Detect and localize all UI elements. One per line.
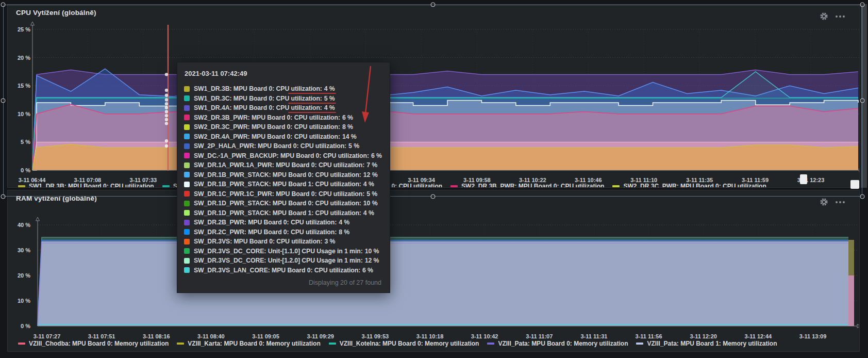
tooltip-series-row: SW_DR.2C_PWR: MPU Board 0: CPU utilizati…	[184, 227, 383, 237]
x-tick-label: 3-11 10:18	[407, 333, 453, 340]
tooltip-series-label: SW_DR.3VS_LAN_CORE: MPU Board 0: CPU uti…	[194, 267, 373, 274]
legend-item-label[interactable]: VZIII_Chodba: MPU Board 0: Memory utiliz…	[29, 340, 169, 347]
series-color-swatch	[184, 172, 190, 177]
legend-color-swatch	[18, 343, 25, 345]
x-tick-label: 3-11 11:31	[571, 333, 616, 340]
tooltip-series-row: SW2_DR.4A_PWR: MPU Board 0: CPU utilizat…	[184, 132, 383, 142]
tooltip-series-row: SW_DR.1D_PWR_STACK: MPU Board 1: CPU uti…	[184, 208, 383, 218]
selection-handle[interactable]	[1, 99, 6, 103]
tooltip-series-value: 4 %	[363, 181, 374, 188]
ram-last-sample-strip-olive	[848, 240, 854, 275]
tooltip-series-row: SW_DR.1C_PWR.1C_PWR: MPU Board 0: CPU ut…	[184, 189, 383, 199]
page-scrollbar-track[interactable]	[861, 4, 867, 188]
legend-item-label[interactable]: SW1_DR.3B: MPU Board 0: CPU utilization	[29, 183, 154, 188]
tooltip-series-label: SW_DR.1B_PWR_STACK: MPU Board 0: CPU uti…	[194, 171, 378, 178]
x-tick-label: 3-11 09:05	[243, 333, 289, 340]
legend-item[interactable]: VZIII_Kotelna: MPU Board 0: Memory utili…	[329, 340, 479, 347]
series-color-swatch	[184, 115, 190, 120]
series-color-swatch	[184, 191, 190, 197]
legend-item-label[interactable]: VZIII_Karta: MPU Board 0: Memory utiliza…	[188, 340, 320, 347]
x-tick-label: 3-11 07:51	[79, 333, 124, 340]
selection-handle[interactable]	[1, 3, 6, 7]
panel-cpu-utilization: CPU Vytížení (globálně) 25 %20 %15 %10 %…	[7, 4, 860, 188]
legend-color-swatch	[177, 343, 184, 345]
legend-color-swatch	[162, 185, 170, 187]
legend-item[interactable]: VZIII_Pata: MPU Board 0: Memory utilizat…	[487, 340, 628, 347]
page-scrollbar-thumb[interactable]	[850, 180, 859, 189]
x-tick-label: 3-11 09:29	[298, 333, 343, 340]
legend-item[interactable]: SW2_DR.3B_PWR: MPU Board 0: CPU utilizat…	[450, 183, 604, 188]
tooltip-series-value-underlined: 5 %	[324, 95, 335, 102]
series-color-swatch	[184, 143, 190, 149]
legend-item-label[interactable]: VZIII_Kotelna: MPU Board 0: Memory utili…	[340, 340, 479, 347]
legend-item[interactable]: SW2_DR.3C_PWR: MPU Board 0: CPU utilizat…	[612, 183, 766, 188]
legend-item-label[interactable]: VZIII_Pata: MPU Board 0: Memory utilizat…	[498, 340, 628, 347]
ram-last-sample-strip-pink	[848, 275, 854, 326]
tooltip-series-row: SW_DR.2B_PWR: MPU Board 0: CPU utilizati…	[184, 218, 383, 227]
tooltip-series-label: SW1_DR.4A: MPU Board 0: CPU utilization:…	[194, 104, 335, 111]
tooltip-series-value: 8 %	[342, 123, 353, 131]
legend-item[interactable]: VZIII_Chodba: MPU Board 0: Memory utiliz…	[18, 340, 169, 347]
legend-color-swatch	[329, 343, 336, 345]
legend-item-label[interactable]: VZIII_Pata: MPU Board 1: Memory utilizat…	[647, 340, 777, 347]
tooltip-timestamp: 2021-03-11 07:42:49	[184, 70, 383, 77]
legend-color-swatch	[612, 185, 620, 187]
selection-handle[interactable]	[431, 194, 436, 199]
tooltip-series-label: SW_DR.1B_PWR_STACK: MPU Board 1: CPU uti…	[194, 181, 374, 188]
tooltip-series-value: 8 %	[339, 229, 349, 236]
tooltip-footer: Displaying 20 of 27 found	[184, 279, 383, 286]
series-color-swatch	[184, 201, 190, 206]
series-color-swatch	[184, 210, 190, 216]
tooltip-series-value: 3 %	[324, 238, 335, 245]
legend-item[interactable]: SW1_DR.3B: MPU Board 0: CPU utilization	[18, 183, 154, 188]
tooltip-series-label: SW_DR.2B_PWR: MPU Board 0: CPU utilizati…	[194, 219, 349, 226]
selection-handle[interactable]	[860, 99, 865, 103]
x-tick-label: 3-11 08:16	[133, 333, 179, 340]
series-color-swatch	[184, 220, 190, 225]
tooltip-series-value-underlined: 4 %	[324, 85, 335, 92]
legend-color-swatch	[18, 185, 25, 187]
tooltip-series-label: SW_DR.1A_PWR.1A_PWR: MPU Board 0: CPU ut…	[194, 161, 377, 169]
tooltip-series-label: SW_DR.1D_PWR_STACK: MPU Board 0: CPU uti…	[194, 200, 378, 207]
tooltip-series-label: SW_DR.1C_PWR.1C_PWR: MPU Board 0: CPU ut…	[194, 190, 377, 198]
legend-color-swatch	[636, 343, 643, 345]
tooltip-series-label: SW_DR.1D_PWR_STACK: MPU Board 1: CPU uti…	[194, 209, 374, 217]
ram-chart[interactable]	[8, 190, 860, 352]
legend-scrollbar-thumb[interactable]	[800, 174, 807, 184]
tooltip-series-value: 6 %	[371, 152, 382, 159]
tooltip-series-row: SW_DR.3VS: MPU Board 0: CPU utilization:…	[184, 237, 383, 247]
legend-item-label[interactable]: SW2_DR.3B_PWR: MPU Board 0: CPU utilizat…	[461, 183, 604, 188]
legend-color-swatch	[450, 185, 458, 187]
series-color-swatch	[184, 86, 190, 92]
panel-ram-utilization: RAM vytížení (globálně) 40 %30 %20 %10 %…	[7, 190, 860, 352]
series-color-swatch	[184, 248, 190, 254]
tooltip-series-label: SW2_DR.3B_PWR: MPU Board 0: CPU utilizat…	[194, 114, 353, 121]
selection-handle[interactable]	[860, 3, 865, 7]
x-tick-label: 3-11 12:23	[788, 177, 833, 184]
tooltip-series-label: SW1_DR.3B: MPU Board 0: CPU utilization:…	[194, 85, 335, 92]
tooltip-series-value: 5 %	[348, 142, 359, 150]
ram-legend: VZIII_Chodba: MPU Board 0: Memory utiliz…	[18, 340, 777, 347]
tooltip-series-row: SW_DR.1B_PWR_STACK: MPU Board 1: CPU uti…	[184, 180, 383, 189]
legend-item[interactable]: VZIII_Karta: MPU Board 0: Memory utiliza…	[177, 340, 320, 347]
tooltip-series-label: SW2_DR.3C_PWR: MPU Board 0: CPU utilizat…	[194, 123, 353, 131]
series-color-swatch	[184, 258, 190, 264]
selection-handle[interactable]	[860, 194, 865, 199]
selection-handle[interactable]	[431, 3, 436, 7]
cpu-legend: SW1_DR.3B: MPU Board 0: CPU utilizationS…	[18, 183, 766, 188]
tooltip-series-row: SW1_DR.3B: MPU Board 0: CPU utilization:…	[184, 84, 383, 94]
cpu-chart[interactable]	[8, 5, 860, 188]
series-color-swatch	[184, 267, 190, 273]
x-tick-label: 3-11 11:07	[516, 333, 562, 340]
selection-handle[interactable]	[1, 194, 6, 199]
legend-item-label[interactable]: SW2_DR.3C_PWR: MPU Board 0: CPU utilizat…	[623, 183, 766, 188]
legend-item[interactable]: VZIII_Pata: MPU Board 1: Memory utilizat…	[636, 340, 777, 347]
tooltip-series-list: SW1_DR.3B: MPU Board 0: CPU utilization:…	[184, 84, 383, 275]
tooltip-series-value-underlined: 4 %	[324, 104, 335, 111]
series-color-swatch	[184, 162, 190, 168]
x-tick-label: 3-11 11:56	[626, 333, 672, 340]
tooltip-series-value: 6 %	[362, 267, 373, 274]
tooltip-series-value: 6 %	[342, 114, 353, 121]
series-color-swatch	[184, 124, 190, 130]
x-tick-label: 3-11 09:53	[353, 333, 398, 340]
